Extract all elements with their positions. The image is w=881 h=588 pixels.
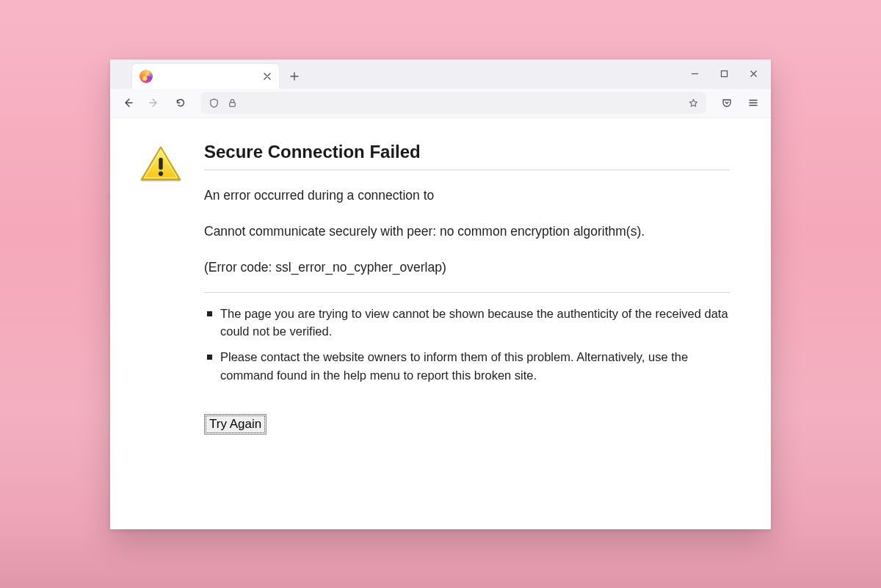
error-line-2: Cannot communicate securely with peer: n… bbox=[204, 222, 730, 241]
maximize-icon bbox=[720, 70, 728, 78]
nav-forward-button[interactable] bbox=[142, 92, 166, 114]
reload-icon bbox=[175, 97, 186, 109]
plus-icon bbox=[290, 72, 299, 81]
pocket-icon bbox=[721, 97, 733, 109]
error-heading: Secure Connection Failed bbox=[204, 142, 730, 170]
hamburger-icon bbox=[747, 97, 759, 109]
titlebar bbox=[110, 59, 771, 89]
nav-reload-button[interactable] bbox=[169, 92, 192, 114]
window-maximize-button[interactable] bbox=[709, 62, 739, 87]
new-tab-button[interactable] bbox=[283, 65, 305, 87]
close-icon bbox=[750, 70, 758, 78]
toolbar bbox=[110, 89, 771, 118]
page-content: Secure Connection Failed An error occurr… bbox=[110, 118, 771, 529]
try-again-button[interactable]: Try Again bbox=[204, 414, 267, 435]
error-container: Secure Connection Failed An error occurr… bbox=[139, 142, 730, 435]
url-bar[interactable] bbox=[201, 92, 706, 114]
error-note: Please contact the website owners to inf… bbox=[204, 348, 730, 385]
svg-rect-0 bbox=[721, 71, 727, 77]
window-close-button[interactable] bbox=[739, 62, 768, 87]
arrow-left-icon bbox=[122, 97, 134, 109]
close-icon bbox=[264, 73, 271, 80]
tab-close-button[interactable] bbox=[261, 70, 273, 82]
firefox-favicon-icon bbox=[139, 70, 153, 83]
bookmark-star-icon[interactable] bbox=[688, 98, 699, 109]
svg-rect-2 bbox=[159, 157, 162, 169]
minimize-icon bbox=[691, 70, 699, 78]
error-body: Secure Connection Failed An error occurr… bbox=[204, 142, 730, 435]
lock-icon bbox=[227, 98, 238, 109]
pocket-button[interactable] bbox=[715, 92, 739, 114]
error-line-1: An error occurred during a connection to bbox=[204, 186, 730, 205]
window-minimize-button[interactable] bbox=[680, 62, 709, 87]
error-notes: The page you are trying to view cannot b… bbox=[204, 305, 730, 385]
svg-point-3 bbox=[159, 171, 163, 175]
nav-back-button[interactable] bbox=[116, 92, 139, 114]
browser-window: Secure Connection Failed An error occurr… bbox=[110, 59, 771, 529]
svg-rect-1 bbox=[230, 102, 236, 106]
app-menu-button[interactable] bbox=[742, 92, 765, 114]
error-note: The page you are trying to view cannot b… bbox=[204, 305, 730, 341]
divider bbox=[204, 292, 730, 293]
browser-tab[interactable] bbox=[132, 64, 279, 89]
warning-icon bbox=[139, 145, 184, 186]
arrow-right-icon bbox=[148, 97, 160, 109]
shield-icon bbox=[209, 98, 220, 109]
window-controls bbox=[680, 59, 768, 89]
error-code: (Error code: ssl_error_no_cypher_overlap… bbox=[204, 258, 730, 277]
